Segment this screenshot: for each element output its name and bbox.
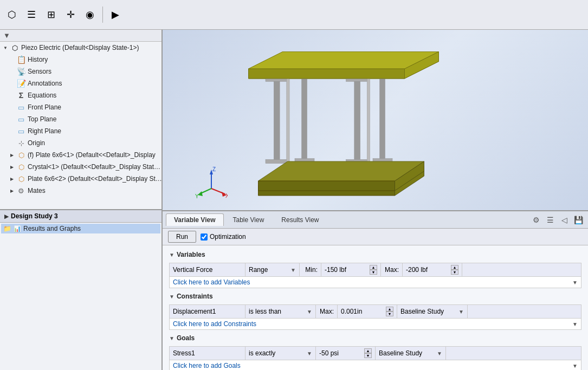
tree-item-plate1[interactable]: ▶ ⬡ (f) Plate 6x6<1> (Default<<Default>_…	[0, 149, 161, 161]
constraints-add-row[interactable]: Click here to add Constraints ▼	[170, 319, 581, 330]
variables-add-row[interactable]: Click here to add Variables ▼	[170, 277, 581, 288]
tree-root-arrow: ▼	[2, 44, 9, 51]
tab-results-view[interactable]: Results View	[273, 213, 327, 226]
goals-section-header[interactable]: ▼ Goals	[169, 332, 581, 344]
con-max-value: 0.001in	[341, 308, 362, 315]
run-button[interactable]: Run	[168, 231, 196, 243]
var-max-value: -200 lbf	[406, 266, 428, 274]
design-study-tree: 📁 📊 Results and Graphs	[0, 223, 161, 370]
add-variable-cell[interactable]: Click here to add Variables ▼	[170, 277, 581, 288]
tree-item-top-plane[interactable]: ▭ Top Plane	[0, 113, 161, 125]
var-min-spin-down[interactable]: ▼	[370, 270, 377, 275]
tab-table-view[interactable]: Table View	[225, 213, 273, 226]
con-condition-value: is less than	[249, 308, 281, 315]
variables-collapse-icon: ▼	[169, 252, 175, 258]
tab-variable-view[interactable]: Variable View	[166, 213, 224, 226]
toolbar-icon-2[interactable]: ☰	[23, 6, 40, 23]
var-min-value: -150 lbf	[325, 266, 346, 274]
var-min-label: Min:	[305, 266, 318, 274]
var-type-value: Range	[249, 266, 268, 274]
var-type-cell[interactable]: Range ▼	[245, 263, 300, 277]
constraints-collapse-icon: ▼	[169, 294, 175, 300]
con-max-spin-down[interactable]: ▼	[386, 311, 393, 316]
tree-item-origin[interactable]: ⊹ Origin	[0, 137, 161, 149]
var-name: Vertical Force	[173, 266, 212, 274]
add-goal-cell[interactable]: Click here to add Goals ▼	[170, 360, 581, 371]
tree-label-right-plane: Right Plane	[28, 127, 61, 135]
var-max-spinners[interactable]: ▲ ▼	[451, 265, 458, 275]
constraints-table: Displacement1 is less than ▼ Max:	[169, 304, 581, 330]
tree-arrow-plate1: ▶	[9, 152, 15, 158]
con-study-cell[interactable]: Baseline Study ▼	[397, 305, 468, 319]
con-max-value-cell[interactable]: 0.001in ▲ ▼	[338, 305, 397, 319]
tree-item-front-plane[interactable]: ▭ Front Plane	[0, 101, 161, 113]
list-icon[interactable]: ☰	[544, 213, 557, 226]
expand-icon[interactable]: ▶	[107, 6, 124, 23]
goal-study-cell[interactable]: Baseline Study ▼	[376, 347, 446, 360]
var-max-value-cell[interactable]: -200 lbf ▲ ▼	[403, 263, 462, 277]
tree-item-sensors[interactable]: 📡 Sensors	[0, 66, 161, 77]
ds-item-label-results: Results and Graphs	[23, 225, 81, 232]
tree-root[interactable]: ▼ ⬡ Piezo Electric (Default<Display Stat…	[0, 42, 161, 54]
toolbar-icon-3[interactable]: ⊞	[42, 6, 60, 23]
ds-folder-icon: 📁	[3, 225, 11, 232]
viewport[interactable]: Z X Y	[163, 30, 588, 210]
con-max-spin-up[interactable]: ▲	[386, 307, 393, 311]
tree-label-crystal1: Crystal<1> (Default<<Default>_Display St…	[28, 163, 160, 171]
variables-section-header[interactable]: ▼ Variables	[169, 249, 581, 261]
back-icon[interactable]: ◁	[558, 213, 571, 226]
tree-label-top-plane: Top Plane	[28, 115, 56, 123]
add-constraint-label: Click here to add Constraints	[173, 320, 256, 328]
equations-icon: Σ	[16, 90, 26, 100]
var-min-label-cell: Min:	[300, 263, 321, 277]
tree-arrow-top-plane	[9, 116, 15, 122]
tree-arrow-sensors	[9, 68, 15, 75]
main-area: ▼ ▼ ⬡ Piezo Electric (Default<Display St…	[0, 30, 588, 370]
var-min-value-cell[interactable]: -150 lbf ▲ ▼	[321, 263, 381, 277]
add-variable-label: Click here to add Variables	[173, 278, 250, 286]
tree-item-equations[interactable]: Σ Equations	[0, 89, 161, 101]
tree-label-origin: Origin	[28, 139, 45, 147]
con-extra-cell	[468, 305, 581, 319]
crystal1-icon: ⬡	[16, 162, 26, 172]
con-condition-cell[interactable]: is less than ▼	[245, 305, 316, 319]
ds-item-results[interactable]: 📁 📊 Results and Graphs	[1, 224, 160, 233]
svg-marker-24	[259, 181, 395, 191]
tree-item-right-plane[interactable]: ▭ Right Plane	[0, 125, 161, 137]
save-icon[interactable]: 💾	[572, 213, 585, 226]
var-max-spin-up[interactable]: ▲	[451, 265, 458, 270]
tree-label-annotations: Annotations	[28, 80, 62, 87]
con-max-spinners[interactable]: ▲ ▼	[386, 307, 393, 316]
var-min-spinners[interactable]: ▲ ▼	[370, 265, 377, 275]
toolbar-icon-4[interactable]: ✛	[62, 6, 79, 23]
tree-item-history[interactable]: 📋 History	[0, 54, 161, 66]
settings-icon[interactable]: ⚙	[529, 213, 542, 226]
constraints-section-header[interactable]: ▼ Constraints	[169, 290, 581, 302]
toolbar-icon-1[interactable]: ⬡	[3, 6, 21, 23]
feature-tree: ▼ ▼ ⬡ Piezo Electric (Default<Display St…	[0, 30, 161, 210]
goal-condition-cell[interactable]: is exactly ▼	[245, 347, 316, 360]
filter-icon: ▼	[3, 31, 10, 40]
var-type-dropdown-arrow: ▼	[290, 267, 296, 273]
var-min-spin-up[interactable]: ▲	[370, 265, 377, 270]
tree-item-annotations[interactable]: 📝 Annotations	[0, 77, 161, 89]
add-constraint-cell[interactable]: Click here to add Constraints ▼	[170, 319, 581, 330]
var-max-spin-down[interactable]: ▼	[451, 270, 458, 275]
optimization-checkbox[interactable]	[201, 233, 208, 241]
top-plane-icon: ▭	[16, 114, 26, 124]
left-panel: ▼ ▼ ⬡ Piezo Electric (Default<Display St…	[0, 30, 163, 370]
optimization-check: Optimization	[201, 233, 246, 241]
tree-arrow-mates: ▶	[9, 187, 15, 194]
goals-add-row[interactable]: Click here to add Goals ▼	[170, 360, 581, 371]
toolbar-icon-5[interactable]: ◉	[81, 6, 99, 23]
goal-value-spinners[interactable]: ▲ ▼	[364, 348, 372, 358]
svg-rect-13	[367, 77, 370, 163]
tree-item-plate2[interactable]: ▶ ⬡ Plate 6x6<2> (Default<<Default>_Disp…	[0, 173, 161, 185]
goal-value-cell[interactable]: -50 psi ▲ ▼	[316, 347, 376, 360]
right-area: Z X Y Variable View Table View Results V…	[163, 30, 588, 370]
tree-item-crystal1[interactable]: ▶ ⬡ Crystal<1> (Default<<Default>_Displa…	[0, 161, 161, 173]
tree-item-mates[interactable]: ▶ ⚙ Mates	[0, 185, 161, 197]
filter-bar: ▼	[0, 30, 161, 42]
goal-spin-down[interactable]: ▼	[364, 353, 372, 358]
goal-spin-up[interactable]: ▲	[364, 348, 372, 353]
